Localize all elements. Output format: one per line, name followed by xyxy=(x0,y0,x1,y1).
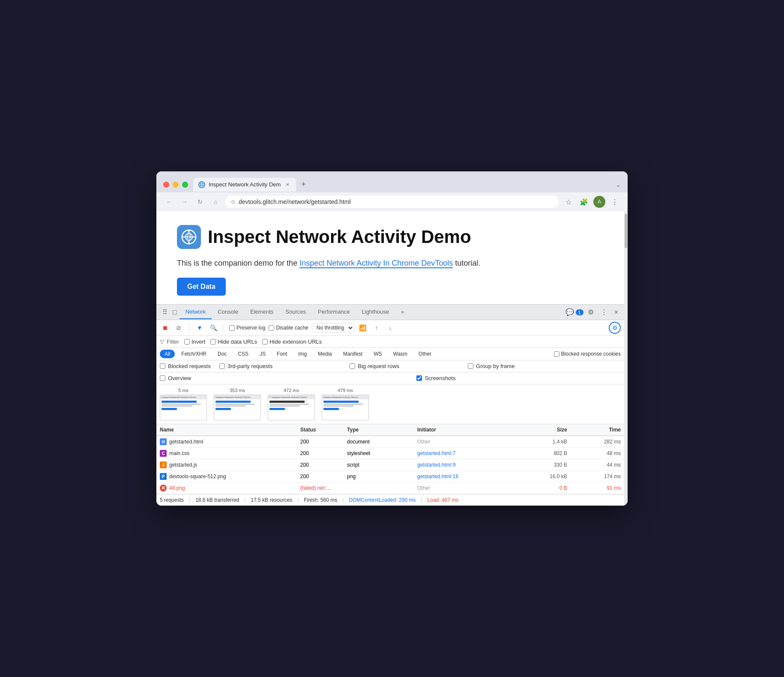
initiator-link[interactable]: getstarted.html:9 xyxy=(417,462,455,468)
type-filter-ws[interactable]: WS xyxy=(369,350,386,358)
screenshot-thumbnail[interactable]: Inspect Network Activity Demo xyxy=(322,395,369,420)
hide-ext-input[interactable] xyxy=(262,339,268,344)
initiator-link[interactable]: getstarted.html:16 xyxy=(417,473,458,479)
scrollbar[interactable] xyxy=(624,211,628,506)
devtools-cursor-icon[interactable]: ⠿ xyxy=(160,305,170,320)
col-header-time[interactable]: Time xyxy=(574,427,621,433)
throttle-select[interactable]: No throttling xyxy=(312,323,354,333)
tab-sources[interactable]: Sources xyxy=(279,305,312,319)
tab-lighthouse[interactable]: Lighthouse xyxy=(356,305,395,319)
big-rows-checkbox[interactable] xyxy=(350,363,355,369)
devtools-close-button[interactable]: × xyxy=(612,306,621,319)
screenshots-option[interactable]: Screenshots xyxy=(416,375,455,381)
blocked-requests-checkbox[interactable] xyxy=(160,363,165,369)
network-settings-icon[interactable]: ⚙ xyxy=(609,322,621,334)
row-status: 200 xyxy=(300,473,347,479)
type-filter-media[interactable]: Media xyxy=(313,350,337,358)
type-filter-other[interactable]: Other xyxy=(414,350,436,358)
col-header-size[interactable]: Size xyxy=(511,427,574,433)
blocked-cookies-option: Blocked response cookies xyxy=(554,351,621,357)
devtools-more-button[interactable]: ⋮ xyxy=(598,306,610,319)
third-party-checkbox[interactable] xyxy=(219,363,225,369)
home-button[interactable]: ⌂ xyxy=(209,196,221,208)
table-row[interactable]: C main.css 200 stylesheet getstarted.htm… xyxy=(156,448,624,459)
scrollbar-thumb[interactable] xyxy=(625,214,627,248)
search-button[interactable]: 🔍 xyxy=(208,323,218,333)
type-filter-img[interactable]: Img xyxy=(293,350,311,358)
nav-bar: ← → ↻ ⌂ ⊙ devtools.glitch.me/network/get… xyxy=(156,192,628,211)
table-row[interactable]: ✕ 48.png (failed) net::... Other 0 B 91 … xyxy=(156,482,624,494)
overview-option[interactable]: Overview xyxy=(160,375,191,381)
disable-cache-input[interactable] xyxy=(269,325,274,331)
tab-more[interactable]: » xyxy=(395,305,410,319)
close-button[interactable] xyxy=(163,182,169,188)
tab-chevron-icon[interactable]: ⌄ xyxy=(616,181,621,188)
type-filter-font[interactable]: Font xyxy=(272,350,292,358)
invert-input[interactable] xyxy=(184,339,190,344)
screenshot-thumbnail[interactable]: ** Inspect Network Activity Demo xyxy=(268,395,315,420)
overview-checkbox[interactable] xyxy=(160,375,165,381)
nav-actions: ☆ 🧩 A ⋮ xyxy=(563,196,621,208)
bookmark-button[interactable]: ☆ xyxy=(563,196,575,208)
tab-performance[interactable]: Performance xyxy=(312,305,356,319)
col-header-initiator[interactable]: Initiator xyxy=(417,427,511,433)
row-type: stylesheet xyxy=(347,450,417,456)
type-filter-wasm[interactable]: Wasm xyxy=(389,350,413,358)
blocked-requests-option[interactable]: Blocked requests xyxy=(160,363,211,369)
preserve-log-input[interactable] xyxy=(229,325,235,331)
type-filter-manifest[interactable]: Manifest xyxy=(338,350,367,358)
browser-more-button[interactable]: ⋮ xyxy=(609,196,621,208)
type-filter-bar: All Fetch/XHR Doc CSS JS Font Img Media … xyxy=(156,348,624,360)
type-filter-doc[interactable]: Doc xyxy=(213,350,231,358)
hide-ext-checkbox[interactable]: Hide extension URLs xyxy=(262,338,322,345)
screenshots-checkbox[interactable] xyxy=(416,375,422,381)
big-rows-option[interactable]: Big request rows xyxy=(350,363,399,369)
maximize-button[interactable] xyxy=(182,182,188,188)
devtools-settings-button[interactable]: ⚙ xyxy=(585,306,596,319)
col-header-type[interactable]: Type xyxy=(347,427,417,433)
tab-network[interactable]: Network xyxy=(180,305,212,319)
online-icon[interactable]: 📶 xyxy=(358,323,368,333)
table-row[interactable]: J getstarted.js 200 script getstarted.ht… xyxy=(156,459,624,471)
type-filter-js[interactable]: JS xyxy=(255,350,270,358)
type-filter-css[interactable]: CSS xyxy=(233,350,253,358)
clear-button[interactable]: ⊘ xyxy=(174,323,184,333)
group-frame-checkbox[interactable] xyxy=(468,363,473,369)
disable-cache-checkbox[interactable]: Disable cache xyxy=(269,325,308,331)
table-row[interactable]: P devtools-square-512.png 200 png getsta… xyxy=(156,471,624,482)
hide-data-input[interactable] xyxy=(210,339,216,344)
import-button[interactable]: ↑ xyxy=(371,323,382,333)
browser-tab[interactable]: Inspect Network Activity Dem × xyxy=(193,178,296,192)
extensions-button[interactable]: 🧩 xyxy=(578,196,590,208)
address-bar[interactable]: ⊙ devtools.glitch.me/network/getstarted.… xyxy=(225,196,559,208)
minimize-button[interactable] xyxy=(173,182,179,188)
type-filter-all[interactable]: All xyxy=(160,350,175,358)
filter-button[interactable]: ▼ xyxy=(195,323,205,333)
reload-button[interactable]: ↻ xyxy=(194,196,206,208)
col-header-status[interactable]: Status xyxy=(300,427,347,433)
forward-button[interactable]: → xyxy=(179,196,191,208)
col-header-name[interactable]: Name xyxy=(160,427,300,433)
preserve-log-checkbox[interactable]: Preserve log xyxy=(229,325,265,331)
screenshot-thumbnail[interactable]: Inspect Network Activity Demo xyxy=(160,395,207,420)
tab-console[interactable]: Console xyxy=(212,305,244,319)
hide-data-checkbox[interactable]: Hide data URLs xyxy=(210,338,257,345)
stop-recording-button[interactable]: ⏹ xyxy=(160,323,170,333)
group-frame-option[interactable]: Group by frame xyxy=(468,363,515,369)
third-party-option[interactable]: 3rd-party requests xyxy=(219,363,273,369)
export-button[interactable]: ↓ xyxy=(385,323,395,333)
tab-close-button[interactable]: × xyxy=(284,181,291,188)
table-row[interactable]: H getstarted.html 200 document Other 1.4… xyxy=(156,436,624,448)
invert-checkbox[interactable]: Invert xyxy=(184,338,206,345)
tutorial-link[interactable]: Inspect Network Activity In Chrome DevTo… xyxy=(299,259,453,268)
devtools-inspect-icon[interactable]: □ xyxy=(170,305,180,320)
get-data-button[interactable]: Get Data xyxy=(177,278,226,296)
new-tab-button[interactable]: + xyxy=(298,177,309,192)
initiator-link[interactable]: getstarted.html:7 xyxy=(417,450,455,456)
screenshot-thumbnail[interactable]: Inspect Network Activity Demo xyxy=(214,395,261,420)
tab-elements[interactable]: Elements xyxy=(244,305,279,319)
user-avatar[interactable]: A xyxy=(593,196,605,208)
type-filter-fetchxhr[interactable]: Fetch/XHR xyxy=(177,350,211,358)
blocked-cookies-checkbox[interactable] xyxy=(554,351,560,357)
back-button[interactable]: ← xyxy=(163,196,175,208)
